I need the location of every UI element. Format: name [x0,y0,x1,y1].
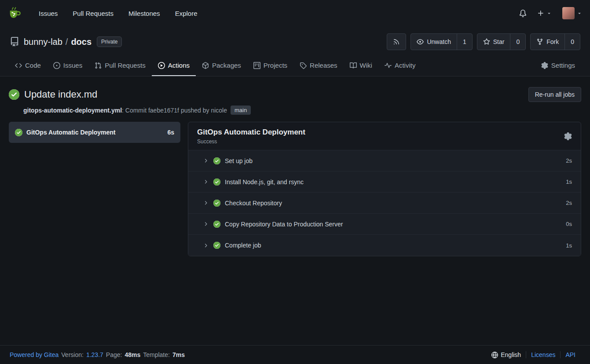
step-success-check-icon [213,242,220,249]
jobs-sidebar: GitOps Automatic Deployment 6s [9,122,180,143]
play-circle-icon [158,62,165,69]
step-row[interactable]: Copy Repository Data to Production Serve… [188,214,581,235]
repo-separator: / [66,37,68,47]
repo-header: bunny-lab / docs Private Unwatch 1 [0,26,590,76]
step-name: Copy Repository Data to Production Serve… [225,221,343,228]
step-name: Complete job [225,242,261,249]
chevron-right-icon [203,158,209,164]
gitea-logo-icon[interactable] [8,7,21,20]
pull-request-icon [95,62,102,69]
step-row[interactable]: Set up job 2s [188,150,581,171]
tab-packages-label: Packages [212,62,241,69]
step-row[interactable]: Checkout Repository 2s [188,193,581,214]
tab-wiki-label: Wiki [360,62,372,69]
nav-item-issues[interactable]: Issues [39,10,58,17]
page-label: Page: [106,351,122,358]
tab-settings[interactable]: Settings [535,55,581,76]
licenses-link[interactable]: Licenses [526,351,560,358]
star-icon [483,38,490,45]
chevron-right-icon [203,243,209,248]
language-label: English [501,351,521,358]
job-panel-title-block: GitOps Automatic Deployment Success [197,128,305,145]
notifications-bell-icon[interactable] [519,10,527,17]
plus-icon [537,10,544,17]
step-success-check-icon [213,178,220,186]
package-icon [202,62,209,69]
step-row[interactable]: Complete job 1s [188,235,581,256]
book-icon [350,62,357,69]
workflow-file-name[interactable]: gitops-automatic-deployment.yml [23,107,122,114]
job-duration: 6s [167,129,174,136]
issue-icon [53,62,60,69]
job-panel-title: GitOps Automatic Deployment [197,128,305,137]
job-options-gear-icon[interactable] [564,132,572,140]
nav-item-explore[interactable]: Explore [175,10,198,17]
rerun-all-jobs-button[interactable]: Re-run all jobs [528,87,581,102]
repo-owner-link[interactable]: bunny-lab [24,37,62,47]
watch-count[interactable]: 1 [457,34,472,50]
tab-settings-label: Settings [551,62,575,69]
rss-feed-button[interactable] [387,33,406,50]
private-badge: Private [97,36,122,47]
run-title-row: Update index.md Re-run all jobs [9,87,581,102]
fork-icon [536,38,543,45]
pulse-icon [385,62,392,69]
page: Issues Pull Requests Milestones Explore [0,0,590,364]
fork-button[interactable]: Fork [531,34,564,50]
fork-label: Fork [546,38,559,45]
user-menu[interactable] [562,7,582,19]
tab-packages[interactable]: Packages [196,55,247,76]
tab-activity[interactable]: Activity [378,55,422,76]
nav-item-pull-requests[interactable]: Pull Requests [73,10,114,17]
star-count[interactable]: 0 [510,34,525,50]
tab-actions[interactable]: Actions [152,55,196,76]
gear-icon [541,62,548,69]
tab-code-label: Code [25,62,41,69]
version-link[interactable]: 1.23.7 [86,351,103,358]
tab-pull-requests-label: Pull Requests [105,62,146,69]
commit-info-text: : Commit faebe1671f pushed by nicole [122,107,227,114]
tab-issues-label: Issues [63,62,82,69]
nav-item-milestones[interactable]: Milestones [128,10,160,17]
fork-count[interactable]: 0 [564,34,580,50]
api-link[interactable]: API [560,351,580,358]
tab-pull-requests[interactable]: Pull Requests [88,55,152,76]
tab-wiki[interactable]: Wiki [344,55,378,76]
globe-icon [491,352,498,358]
page-time: 48ms [125,351,140,358]
job-status-text: Success [197,138,305,145]
tab-activity-label: Activity [395,62,416,69]
actions-run-view: Update index.md Re-run all jobs gitops-a… [0,76,590,345]
template-label: Template: [143,351,170,358]
run-body: GitOps Automatic Deployment 6s GitOps Au… [9,122,581,256]
create-new-dropdown[interactable] [537,10,552,17]
tab-issues[interactable]: Issues [47,55,88,76]
repo-name-link[interactable]: docs [71,37,92,47]
tab-releases[interactable]: Releases [293,55,344,76]
fork-button-group: Fork 0 [530,33,580,50]
run-success-check-icon [9,89,19,100]
chevron-right-icon [203,221,209,227]
step-duration: 2s [566,157,572,164]
branch-badge[interactable]: main [231,106,251,115]
tab-actions-label: Actions [168,62,190,69]
chevron-down-icon [546,11,552,16]
tab-code[interactable]: Code [9,55,47,76]
step-row[interactable]: Install Node.js, git, and rsync 1s [188,171,581,193]
navbar-left: Issues Pull Requests Milestones Explore [8,7,197,20]
chevron-down-icon [577,11,582,16]
language-selector[interactable]: English [487,351,526,358]
unwatch-label: Unwatch [427,38,451,45]
top-navbar: Issues Pull Requests Milestones Explore [0,0,590,26]
footer-left: Powered by Gitea Version: 1.23.7 Page: 4… [10,351,185,358]
star-button[interactable]: Star [477,34,510,50]
unwatch-button[interactable]: Unwatch [411,34,456,50]
eye-icon [417,38,424,45]
job-list-item[interactable]: GitOps Automatic Deployment 6s [9,122,180,143]
step-duration: 1s [566,178,572,185]
tab-projects[interactable]: Projects [247,55,293,76]
job-success-check-icon [15,129,22,136]
powered-by-gitea-link[interactable]: Powered by Gitea [10,351,59,358]
avatar [562,7,575,19]
run-subtitle: gitops-automatic-deployment.yml : Commit… [23,106,581,115]
